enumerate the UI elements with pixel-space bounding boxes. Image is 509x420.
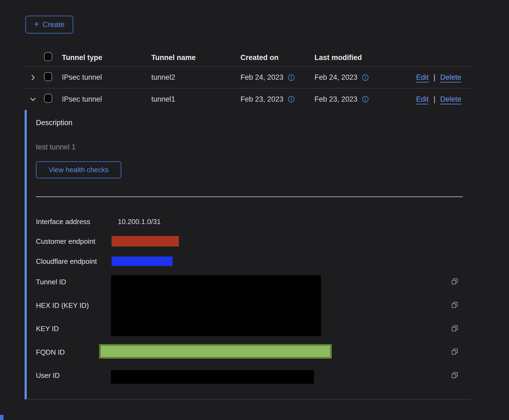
header-last-modified: Last modified bbox=[314, 54, 411, 62]
user-id-redaction bbox=[111, 370, 314, 384]
key-id-label: KEY ID bbox=[36, 325, 59, 333]
action-separator: | bbox=[434, 95, 436, 104]
hex-id-label: HEX ID (KEY ID) bbox=[36, 301, 89, 309]
info-icon[interactable] bbox=[362, 96, 369, 103]
expanded-row-details: Description test tunnel 1 View health ch… bbox=[25, 110, 471, 399]
tunnel-name-cell: tunnel2 bbox=[151, 73, 240, 82]
last-modified-cell: Feb 24, 2023 bbox=[314, 73, 357, 82]
view-health-checks-button[interactable]: View health checks bbox=[36, 161, 121, 178]
copy-icon[interactable] bbox=[451, 277, 459, 285]
description-label: Description bbox=[36, 119, 72, 127]
interface-address-value: 10.200.1.0/31 bbox=[118, 218, 161, 226]
tunnels-page: + Create Tunnel type Tunnel name Created… bbox=[0, 0, 509, 420]
user-id-label: User ID bbox=[36, 371, 60, 379]
copy-icon[interactable] bbox=[451, 324, 459, 332]
ids-redaction bbox=[111, 275, 321, 336]
header-tunnel-name: Tunnel name bbox=[151, 54, 240, 62]
plus-icon: + bbox=[34, 20, 39, 28]
copy-icon[interactable] bbox=[451, 348, 459, 356]
chevron-down-icon[interactable] bbox=[29, 95, 37, 103]
row-checkbox[interactable] bbox=[44, 72, 52, 81]
info-icon[interactable] bbox=[288, 96, 295, 103]
copy-icon[interactable] bbox=[451, 371, 459, 379]
info-icon[interactable] bbox=[362, 74, 369, 81]
created-on-cell: Feb 24, 2023 bbox=[240, 73, 283, 82]
row-checkbox[interactable] bbox=[44, 94, 52, 103]
corner-accent bbox=[0, 415, 4, 420]
created-on-cell: Feb 23, 2023 bbox=[240, 95, 283, 104]
interface-address-label: Interface address bbox=[36, 218, 90, 226]
tunnel-id-label: Tunnel ID bbox=[36, 278, 66, 286]
fqdn-id-label: FQDN ID bbox=[36, 348, 65, 356]
edit-link[interactable]: Edit bbox=[416, 95, 429, 104]
tunnel-type-cell: IPsec tunnel bbox=[62, 95, 151, 104]
cloudflare-endpoint-redaction bbox=[112, 256, 173, 266]
chevron-right-icon[interactable] bbox=[29, 74, 37, 82]
create-button-label: Create bbox=[43, 21, 65, 29]
divider bbox=[36, 196, 463, 197]
delete-link[interactable]: Delete bbox=[440, 95, 461, 104]
delete-link[interactable]: Delete bbox=[440, 73, 461, 82]
edit-link[interactable]: Edit bbox=[416, 73, 429, 82]
header-created-on: Created on bbox=[240, 54, 314, 62]
tunnel-name-cell: tunnel1 bbox=[151, 95, 240, 104]
select-all-checkbox[interactable] bbox=[44, 52, 52, 61]
customer-endpoint-redaction bbox=[112, 236, 179, 246]
table-row: IPsec tunnel tunnel2 Feb 24, 2023 Feb 24… bbox=[25, 67, 471, 88]
table-header-row: Tunnel type Tunnel name Created on Last … bbox=[25, 49, 471, 67]
last-modified-cell: Feb 23, 2023 bbox=[314, 95, 357, 104]
info-icon[interactable] bbox=[288, 74, 295, 81]
description-value: test tunnel 1 bbox=[36, 143, 76, 151]
create-button[interactable]: + Create bbox=[25, 16, 73, 34]
header-tunnel-type: Tunnel type bbox=[62, 54, 151, 62]
table-row: IPsec tunnel tunnel1 Feb 23, 2023 Feb 23… bbox=[25, 88, 471, 110]
cloudflare-endpoint-label: Cloudflare endpoint bbox=[36, 257, 97, 265]
action-separator: | bbox=[434, 73, 436, 82]
customer-endpoint-label: Customer endpoint bbox=[36, 237, 95, 245]
tunnels-table: Tunnel type Tunnel name Created on Last … bbox=[25, 49, 471, 110]
tunnel-type-cell: IPsec tunnel bbox=[62, 73, 151, 82]
copy-icon[interactable] bbox=[451, 301, 459, 309]
fqdn-id-redaction bbox=[99, 344, 332, 359]
